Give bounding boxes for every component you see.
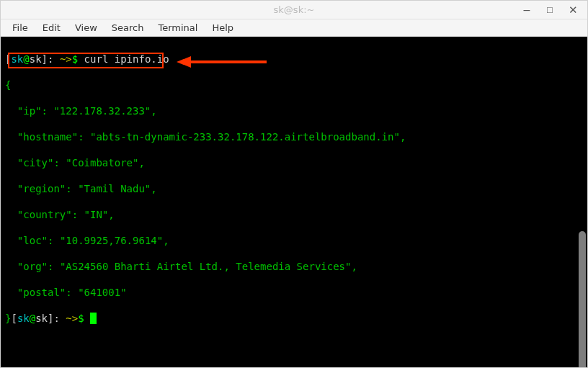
json-region-line: "region": "Tamil Nadu",	[5, 182, 583, 195]
json-org-line: "org": "AS24560 Bharti Airtel Ltd., Tele…	[5, 260, 583, 273]
json-city-line: "city": "Coimbatore",	[5, 156, 583, 169]
minimize-button[interactable]: –	[515, 1, 538, 19]
menu-terminal[interactable]: Terminal	[151, 21, 205, 35]
json-loc-line: "loc": "10.9925,76.9614",	[5, 234, 583, 247]
menu-view[interactable]: View	[68, 21, 104, 35]
close-button[interactable]: ✕	[561, 1, 584, 19]
scrollbar[interactable]	[579, 231, 586, 367]
menu-help[interactable]: Help	[205, 21, 241, 35]
json-country-line: "country": "IN",	[5, 208, 583, 221]
terminal-output[interactable]: [sk@sk]: ~>$ curl ipinfo.io { "ip": "122…	[1, 37, 587, 367]
cursor	[90, 313, 97, 324]
menu-edit[interactable]: Edit	[35, 21, 68, 35]
menu-search[interactable]: Search	[104, 21, 151, 35]
maximize-button[interactable]: □	[538, 1, 561, 19]
json-hostname-line: "hostname": "abts-tn-dynamic-233.32.178.…	[5, 130, 583, 143]
window-controls: – □ ✕	[515, 1, 584, 19]
window-title: sk@sk:~	[274, 4, 315, 15]
json-postal-line: "postal": "641001"	[5, 286, 583, 299]
prompt-line-2: }[sk@sk]: ~>$	[5, 312, 583, 325]
prompt-line-1: [sk@sk]: ~>$ curl ipinfo.io	[5, 53, 583, 66]
command-text: curl ipinfo.io	[84, 53, 169, 65]
titlebar: sk@sk:~ – □ ✕	[1, 1, 587, 19]
json-ip-line: "ip": "122.178.32.233",	[5, 104, 583, 117]
menu-file[interactable]: File	[5, 21, 35, 35]
json-open-brace: {	[5, 78, 583, 91]
menubar: File Edit View Search Terminal Help	[1, 19, 587, 37]
terminal-window: sk@sk:~ – □ ✕ File Edit View Search Term…	[0, 0, 588, 368]
